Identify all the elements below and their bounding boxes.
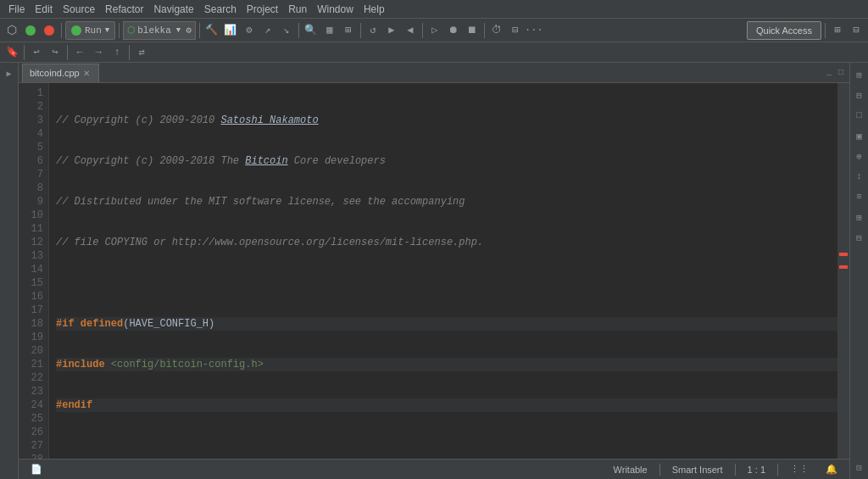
editor-container: bitcoind.cpp ✕ _ □ 1 2 3 4 5 6 7 8 9 10	[19, 63, 849, 479]
code-line-6: #if defined(HAVE_CONFIG_H)	[56, 317, 837, 331]
stop2-icon[interactable]: ⏹	[464, 22, 481, 39]
menu-file[interactable]: File	[3, 2, 30, 17]
sep6	[422, 23, 423, 38]
chart-icon[interactable]: 📊	[222, 22, 239, 39]
step-icon[interactable]: ↘	[278, 22, 295, 39]
project-selector[interactable]: ⬡ blekka ▼ ⚙	[123, 21, 196, 40]
line-num-20: 20	[19, 344, 43, 358]
rs-icon-8[interactable]: ⊞	[851, 209, 868, 226]
line-num-19: 19	[19, 331, 43, 344]
rs-icon-7[interactable]: ≡	[851, 188, 868, 205]
code-line-7: #include <config/bitcoin-config.h>	[56, 358, 837, 371]
record-icon[interactable]: ⏺	[445, 22, 462, 39]
scroll-marker-2	[839, 265, 848, 269]
more-icon[interactable]: ···	[526, 22, 542, 39]
scrollbar-markers	[837, 83, 849, 459]
rs-icon-9[interactable]: ⊟	[851, 229, 868, 246]
run-button[interactable]: Run ▼	[65, 21, 115, 40]
settings-icon[interactable]: ⚙	[241, 22, 258, 39]
layout2-icon[interactable]: ⊟	[848, 22, 865, 39]
line-num-21: 21	[19, 358, 43, 371]
tab-minimize-icon[interactable]: _	[824, 68, 834, 77]
project-icon: ⬡	[127, 25, 136, 36]
run-green-icon[interactable]	[22, 22, 39, 39]
rs-icon-5[interactable]: ⊕	[851, 148, 868, 164]
nav-icon[interactable]: ⊞	[340, 22, 357, 39]
filter-icon[interactable]: ▦	[321, 22, 338, 39]
code-editor[interactable]: 1 2 3 4 5 6 7 8 9 10 11 12 13 14 15 16 1…	[19, 83, 849, 459]
nav-back-icon[interactable]: ←	[71, 44, 88, 61]
rs-icon-2[interactable]: ⊟	[851, 86, 868, 103]
clock-icon[interactable]: ⏱	[488, 22, 505, 39]
quick-access-label: Quick Access	[756, 25, 812, 36]
grid-icon[interactable]: ⊟	[507, 22, 524, 39]
code-content[interactable]: // Copyright (c) 2009-2010 Satoshi Nakam…	[49, 83, 837, 459]
code-line-1: // Copyright (c) 2009-2010 Satoshi Nakam…	[56, 114, 837, 127]
tab-maximize-icon[interactable]: □	[836, 68, 846, 77]
menu-project[interactable]: Project	[242, 2, 283, 17]
line-num-8: 8	[19, 181, 43, 195]
project-dropdown-arrow: ▼	[176, 26, 181, 35]
rs-icon-6[interactable]: ↕	[851, 168, 868, 185]
stop-icon[interactable]	[41, 22, 58, 39]
menu-navigate[interactable]: Navigate	[148, 2, 198, 17]
cursor-icon[interactable]: ↗	[259, 22, 276, 39]
tab-close-button[interactable]: ✕	[83, 69, 90, 78]
rs-icon-4[interactable]: ▣	[851, 127, 868, 144]
status-notification-icon: 🔔	[821, 464, 843, 475]
editor-tab-bitcoind[interactable]: bitcoind.cpp ✕	[22, 64, 99, 82]
zoom-icon[interactable]: 🔍	[303, 22, 320, 39]
sep3	[199, 23, 200, 38]
nav-arrows-icon[interactable]: ⇄	[133, 44, 150, 61]
menu-help[interactable]: Help	[359, 2, 390, 17]
rs-bottom-icon[interactable]: ⊡	[851, 459, 868, 476]
sep11	[129, 45, 130, 60]
toolbar2: 🔖 ↩ ↪ ← → ↑ ⇄	[0, 42, 868, 63]
debug-icon[interactable]: ⬡	[3, 22, 20, 39]
menu-search[interactable]: Search	[199, 2, 242, 17]
redo-icon[interactable]: ↪	[47, 44, 64, 61]
status-file-icon: 📄	[25, 464, 47, 475]
line-num-26: 26	[19, 426, 43, 439]
line-num-17: 17	[19, 304, 43, 317]
bookmark-icon[interactable]: 🔖	[3, 44, 20, 61]
line-num-4: 4	[19, 127, 43, 141]
play-icon[interactable]: ▷	[426, 22, 443, 39]
line-num-22: 22	[19, 371, 43, 385]
menu-run[interactable]: Run	[283, 2, 312, 17]
sep9	[24, 45, 25, 60]
sidebar-collapse-icon[interactable]: ▶	[1, 65, 18, 82]
toolbar1: ⬡ Run ▼ ⬡ blekka ▼ ⚙ 🔨 📊 ⚙ ↗ ↘ 🔍 ▦ ⊞ ↺ ▶…	[0, 19, 868, 42]
menu-window[interactable]: Window	[312, 2, 359, 17]
tab-bar: bitcoind.cpp ✕ _ □	[19, 63, 849, 83]
status-extra-icon: ⋮⋮	[785, 464, 814, 475]
nav-fwd-icon[interactable]: →	[90, 44, 107, 61]
nav-up-icon[interactable]: ↑	[108, 44, 125, 61]
refresh-icon[interactable]: ↺	[364, 22, 381, 39]
build-icon[interactable]: 🔨	[203, 22, 220, 39]
menu-refactor[interactable]: Refactor	[100, 2, 148, 17]
rs-icon-3[interactable]: □	[851, 107, 868, 124]
menu-source[interactable]: Source	[58, 2, 100, 17]
line-num-18: 18	[19, 317, 43, 331]
rs-icon-1[interactable]: ⊞	[851, 66, 868, 83]
line-num-15: 15	[19, 276, 43, 290]
sep10	[67, 45, 68, 60]
forward-icon[interactable]: ▶	[383, 22, 400, 39]
project-name: blekka	[137, 25, 171, 36]
line-num-24: 24	[19, 398, 43, 412]
line-numbers: 1 2 3 4 5 6 7 8 9 10 11 12 13 14 15 16 1…	[19, 83, 49, 459]
code-line-4: // file COPYING or http://www.opensource…	[56, 236, 837, 249]
line-num-12: 12	[19, 236, 43, 249]
layout1-icon[interactable]: ⊞	[829, 22, 846, 39]
menu-edit[interactable]: Edit	[30, 2, 58, 17]
statusbar: 📄 Writable Smart Insert 1 : 1 ⋮⋮ 🔔	[19, 459, 849, 479]
line-num-16: 16	[19, 290, 43, 304]
run-label: Run	[85, 25, 102, 36]
code-line-8: #endif	[56, 398, 837, 412]
backward-icon[interactable]: ◀	[402, 22, 419, 39]
quick-access-button[interactable]: Quick Access	[747, 21, 821, 40]
line-num-23: 23	[19, 385, 43, 398]
undo-icon[interactable]: ↩	[28, 44, 45, 61]
line-num-25: 25	[19, 412, 43, 426]
